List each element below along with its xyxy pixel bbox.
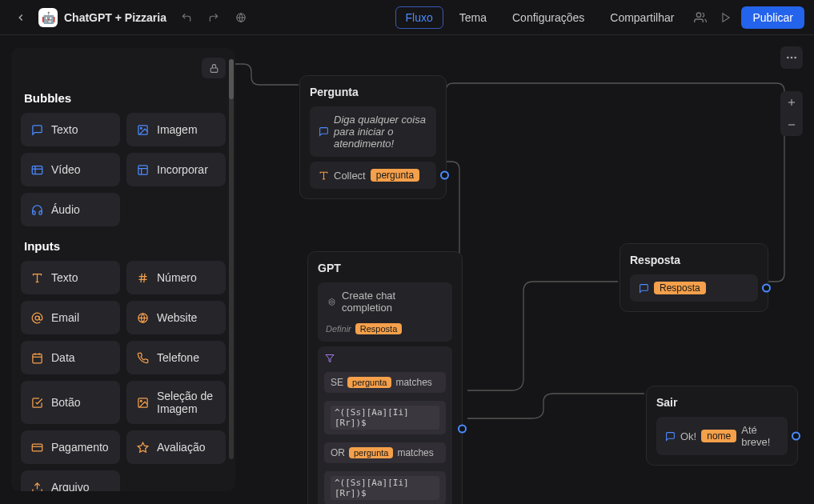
canvas-menu-button[interactable] bbox=[780, 46, 803, 69]
cond-regex-2: ^([Ss][Aa][Ii][Rr])$ bbox=[324, 471, 446, 504]
node-gpt-action[interactable]: Create chat completion Definir Resposta bbox=[318, 282, 452, 342]
svg-rect-4 bbox=[211, 67, 218, 71]
text-icon bbox=[319, 170, 329, 181]
port-out[interactable] bbox=[792, 432, 800, 441]
collect-label: Collect bbox=[334, 170, 366, 182]
publish-button[interactable]: Publicar bbox=[741, 6, 804, 29]
svg-point-34 bbox=[791, 57, 793, 59]
input-phone-label: Telefone bbox=[157, 351, 199, 364]
input-number[interactable]: Número bbox=[126, 261, 226, 294]
app-header: 🤖 ChatGPT + Pizzaria Fluxo Tema Configur… bbox=[0, 0, 814, 35]
undo-icon bbox=[181, 12, 192, 23]
phone-icon bbox=[137, 352, 149, 364]
undo-button[interactable] bbox=[176, 7, 197, 28]
node-gpt[interactable]: GPT Create chat completion Definir Respo… bbox=[307, 251, 463, 504]
svg-point-19 bbox=[35, 316, 39, 320]
upload-icon bbox=[31, 482, 43, 492]
port-out-cond[interactable] bbox=[458, 425, 467, 434]
node-resposta[interactable]: Resposta Resposta bbox=[620, 243, 768, 312]
input-button[interactable]: Botão bbox=[21, 381, 120, 424]
star-icon bbox=[137, 442, 149, 454]
back-button[interactable] bbox=[10, 6, 32, 29]
input-number-label: Número bbox=[157, 271, 197, 284]
play-icon bbox=[720, 12, 732, 23]
flow-canvas[interactable]: Pergunta Diga qualquer coisa para inicia… bbox=[235, 35, 814, 504]
node-gpt-title: GPT bbox=[318, 262, 452, 274]
zoom-in-button[interactable] bbox=[780, 91, 803, 114]
input-phone[interactable]: Telefone bbox=[126, 341, 226, 374]
sidebar-scrollbar[interactable] bbox=[229, 59, 234, 459]
input-website-label: Website bbox=[157, 311, 197, 324]
input-payment-label: Pagamento bbox=[51, 441, 109, 454]
chat-icon bbox=[319, 126, 329, 137]
bubble-image[interactable]: Imagem bbox=[126, 113, 226, 146]
chat-icon bbox=[639, 283, 649, 294]
bubble-video[interactable]: Vídeo bbox=[21, 153, 120, 186]
input-image-select[interactable]: Seleção de Imagem bbox=[126, 381, 226, 424]
bubble-text[interactable]: Texto bbox=[21, 113, 120, 146]
nav-configuracoes[interactable]: Configurações bbox=[503, 7, 594, 28]
main-area: Bubbles Texto Imagem Vídeo Incorporar Áu… bbox=[0, 35, 814, 504]
input-date[interactable]: Data bbox=[21, 341, 120, 374]
nav-fluxo[interactable]: Fluxo bbox=[395, 6, 443, 29]
input-website[interactable]: Website bbox=[126, 301, 226, 334]
blocks-sidebar: Bubbles Texto Imagem Vídeo Incorporar Áu… bbox=[11, 48, 235, 491]
input-file[interactable]: Arquivo bbox=[21, 470, 120, 491]
bubble-audio-label: Áudio bbox=[51, 203, 80, 216]
chat-icon bbox=[31, 124, 43, 136]
node-gpt-cond[interactable]: SE pergunta matches ^([Ss][Aa][Ii][Rr])$… bbox=[318, 346, 452, 504]
lock-sidebar-button[interactable] bbox=[202, 58, 226, 78]
lock-icon bbox=[209, 63, 219, 74]
text-icon bbox=[31, 272, 43, 284]
openai-icon bbox=[327, 297, 337, 307]
input-payment[interactable]: Pagamento bbox=[21, 430, 120, 464]
svg-marker-42 bbox=[326, 355, 334, 362]
input-text[interactable]: Texto bbox=[21, 261, 120, 294]
chat-icon bbox=[665, 431, 676, 442]
image-icon bbox=[137, 124, 149, 136]
globe-button[interactable] bbox=[231, 7, 251, 28]
headphones-icon bbox=[31, 204, 43, 216]
svg-point-33 bbox=[787, 57, 789, 59]
node-pergunta-collect[interactable]: Collect pergunta bbox=[310, 162, 436, 189]
svg-marker-3 bbox=[723, 13, 729, 22]
input-email[interactable]: Email bbox=[21, 301, 120, 334]
check-square-icon bbox=[31, 397, 43, 409]
nav-compartilhar[interactable]: Compartilhar bbox=[600, 7, 684, 28]
svg-rect-28 bbox=[32, 444, 42, 451]
minus-icon bbox=[786, 119, 797, 130]
resposta-var: Resposta bbox=[654, 282, 706, 294]
video-icon bbox=[31, 164, 43, 176]
sair-var: nome bbox=[701, 430, 736, 442]
node-pergunta-msg[interactable]: Diga qualquer coisa para iniciar o atend… bbox=[310, 106, 436, 157]
sair-post: Até breve! bbox=[741, 424, 780, 448]
flow-title: ChatGPT + Pizzaria bbox=[64, 11, 166, 24]
zoom-out-button[interactable] bbox=[780, 114, 803, 136]
node-resposta-item[interactable]: Resposta bbox=[630, 274, 758, 302]
svg-rect-10 bbox=[138, 165, 146, 174]
users-button[interactable] bbox=[690, 7, 711, 28]
node-sair-item[interactable]: Ok! nome Até breve! bbox=[656, 417, 788, 455]
svg-point-2 bbox=[697, 13, 701, 17]
nav-tema[interactable]: Tema bbox=[450, 7, 496, 28]
filter-icon bbox=[325, 354, 335, 363]
sair-pre: Ok! bbox=[680, 430, 696, 442]
bubble-audio[interactable]: Áudio bbox=[21, 193, 120, 226]
cond-regex-1: ^([Ss][Aa][Ii][Rr])$ bbox=[324, 401, 446, 434]
input-rating[interactable]: Avaliação bbox=[126, 430, 226, 464]
svg-point-41 bbox=[330, 300, 332, 302]
port-out[interactable] bbox=[440, 171, 449, 180]
svg-point-27 bbox=[140, 400, 142, 402]
bubble-embed-label: Incorporar bbox=[157, 163, 208, 176]
play-button[interactable] bbox=[716, 7, 736, 28]
image-select-icon bbox=[137, 397, 149, 409]
input-image-select-label: Seleção de Imagem bbox=[157, 390, 216, 415]
port-out[interactable] bbox=[762, 284, 771, 293]
users-icon bbox=[694, 11, 707, 24]
bubble-embed[interactable]: Incorporar bbox=[126, 153, 226, 186]
redo-button[interactable] bbox=[203, 7, 224, 28]
node-pergunta[interactable]: Pergunta Diga qualquer coisa para inicia… bbox=[299, 75, 447, 199]
calendar-icon bbox=[31, 352, 43, 364]
node-sair[interactable]: Sair Ok! nome Até breve! bbox=[646, 386, 798, 466]
node-pergunta-title: Pergunta bbox=[310, 86, 436, 98]
